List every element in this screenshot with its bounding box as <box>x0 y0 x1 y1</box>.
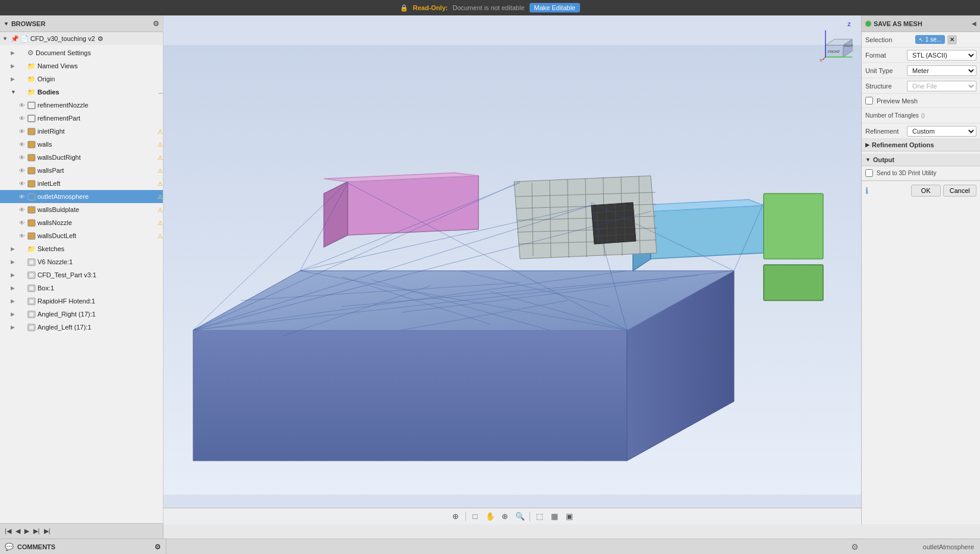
eye-icon[interactable]: 👁 <box>19 141 27 148</box>
warn-icon: ⚠ <box>157 128 163 135</box>
format-select[interactable]: STL (ASCII) STL (Binary) OBJ <box>907 50 976 61</box>
viewport-btn-orbit[interactable]: 🔍 <box>513 510 527 523</box>
eye-icon[interactable]: 👁 <box>19 220 27 226</box>
output-section-header[interactable]: ▼ Output <box>862 154 980 166</box>
viewport-btn-display3[interactable]: ▣ <box>563 510 576 523</box>
viewport-settings-button[interactable]: ⚙ <box>851 542 859 552</box>
tree-item-refinementPart[interactable]: 👁 refinementPart <box>0 112 163 125</box>
eye-icon[interactable]: 👁 <box>19 194 27 200</box>
unit-type-row: Unit Type Meter Millimeter Inch <box>862 63 980 78</box>
tree-item-v6nozzle[interactable]: ▶ V6 Nozzle:1 <box>0 255 163 268</box>
eye-icon[interactable]: 👁 <box>19 167 27 174</box>
pb-next-btn[interactable]: ▶| <box>32 526 41 536</box>
send-to-3d-checkbox[interactable] <box>865 169 873 177</box>
tree-item-origin[interactable]: ▶ 📁 Origin <box>0 72 163 86</box>
selection-button[interactable]: ↖ 1 se... <box>915 35 945 44</box>
pb-first-btn[interactable]: |◀ <box>4 526 12 536</box>
viewport-btn-home[interactable]: ⊕ <box>449 510 462 523</box>
pb-prev-btn[interactable]: ◀ <box>14 526 21 536</box>
tree-item-angled-right[interactable]: ▶ Angled_Right (17):1 <box>0 308 163 321</box>
ok-button[interactable]: OK <box>911 185 941 197</box>
svg-rect-3 <box>28 141 35 148</box>
comments-settings-btn[interactable]: ⚙ <box>155 543 161 551</box>
tree-item-refinementNozzle[interactable]: 👁 refinementNozzle <box>0 99 163 112</box>
eye-icon[interactable]: 👁 <box>19 181 27 187</box>
structure-label: Structure <box>865 83 907 90</box>
tree-item-file[interactable]: ▼ 📌 📄 CFD_v30_touching v2 ⚙ <box>0 32 163 45</box>
num-triangles-label: Number of Triangles <box>865 112 919 119</box>
viewport[interactable]: Z FRONT RIGHT X ⊕ □ ✋ ⊕ 🔍 ⬚ ▦ <box>163 15 861 524</box>
structure-select[interactable]: One File <box>907 81 976 91</box>
tree-item-outletAtmosphere[interactable]: 👁 outletAtmosphere ⚠ <box>0 190 163 203</box>
tree-item-rapidohf[interactable]: ▶ RapidoHF Hotend:1 <box>0 295 163 308</box>
outletAtmosphere-label: outletAtmosphere <box>37 193 156 200</box>
svg-rect-20 <box>29 312 34 316</box>
tree-item-doc-settings[interactable]: ▶ ⚙ Document Settings <box>0 46 163 59</box>
axis-cube: Z FRONT RIGHT X <box>820 21 855 63</box>
svg-marker-42 <box>324 182 348 247</box>
tree-item-wallsNozzle[interactable]: 👁 wallsNozzle ⚠ <box>0 216 163 229</box>
eye-icon[interactable]: 👁 <box>19 207 27 213</box>
tree-item-wallsPart[interactable]: 👁 wallsPart ⚠ <box>0 164 163 177</box>
viewport-btn-display2[interactable]: ▦ <box>548 510 561 523</box>
wallsDuctLeft-label: wallsDuctLeft <box>37 232 156 239</box>
unit-type-select[interactable]: Meter Millimeter Inch <box>907 65 976 76</box>
eye-icon[interactable]: 👁 <box>19 233 27 239</box>
eye-icon[interactable]: 👁 <box>19 102 27 109</box>
structure-row: Structure One File <box>862 78 980 94</box>
read-only-label: Read-Only: <box>413 4 448 11</box>
tree-item-sketches[interactable]: ▶ 📁 Sketches <box>0 242 163 255</box>
warn-icon: ⚠ <box>157 194 163 200</box>
browser-expand-icon[interactable]: ▼ <box>4 21 9 27</box>
wallsBuidplate-label: wallsBuidplate <box>37 206 156 213</box>
expand-arrow: ▶ <box>11 298 19 304</box>
tree-item-box1[interactable]: ▶ Box:1 <box>0 281 163 295</box>
browser-settings-icon[interactable]: ⚙ <box>153 20 159 28</box>
file-settings-icon[interactable]: ⚙ <box>97 35 103 43</box>
make-editable-button[interactable]: Make Editable <box>530 3 581 12</box>
eye-icon[interactable]: 👁 <box>19 115 27 122</box>
tree-item-cfd-test-part[interactable]: ▶ CFD_Test_Part v3:1 <box>0 268 163 281</box>
body-icon <box>27 141 36 148</box>
cancel-button[interactable]: Cancel <box>943 185 976 197</box>
tree-item-bodies[interactable]: ▼ 📁 Bodies ... <box>0 86 163 99</box>
eye-icon[interactable]: 👁 <box>19 128 27 135</box>
preview-mesh-checkbox[interactable] <box>865 97 873 105</box>
eye-icon[interactable]: 👁 <box>19 154 27 161</box>
send-to-3d-label: Send to 3D Print Utility <box>877 170 937 176</box>
tree-item-wallsDuctLeft[interactable]: 👁 wallsDuctLeft ⚠ <box>0 229 163 242</box>
right-panel-header: SAVE AS MESH ◀ <box>862 15 980 32</box>
bodies-count: ... <box>158 89 163 95</box>
gear-icon: ⚙ <box>27 49 34 57</box>
svg-line-88 <box>823 57 825 60</box>
tree-item-inletRight[interactable]: 👁 inletRight ⚠ <box>0 125 163 138</box>
refinement-options-label: Refinement Options <box>872 141 934 148</box>
pb-last-btn[interactable]: ▶| <box>43 526 52 536</box>
tree-item-named-views[interactable]: ▶ 📁 Named Views <box>0 59 163 72</box>
cfd-test-part-label: CFD_Test_Part v3:1 <box>37 271 163 278</box>
output-arrow: ▼ <box>865 157 871 163</box>
refinement-options-header[interactable]: ▶ Refinement Options <box>862 139 980 151</box>
svg-rect-22 <box>29 325 34 330</box>
right-panel-collapse-btn[interactable]: ◀ <box>972 20 976 27</box>
svg-rect-18 <box>29 299 34 303</box>
viewport-btn-zoom[interactable]: ⊕ <box>499 510 512 523</box>
svg-text:X: X <box>820 58 823 62</box>
pb-play-btn[interactable]: ▶ <box>23 526 30 536</box>
save-mesh-icon <box>865 21 871 27</box>
viewport-btn-frame[interactable]: □ <box>469 510 482 523</box>
viewport-btn-pan[interactable]: ✋ <box>484 510 497 523</box>
top-bar: 🔒 Read-Only: Document is not editable Ma… <box>0 0 980 15</box>
expand-arrow: ▶ <box>11 50 19 56</box>
tree-item-angled-left[interactable]: ▶ Angled_Left (17):1 <box>0 321 163 334</box>
refinement-options-arrow: ▶ <box>865 142 869 148</box>
refinement-select[interactable]: Custom Low Medium High <box>907 126 976 137</box>
comp-icon <box>27 284 36 292</box>
tree-item-wallsBuidplate[interactable]: 👁 wallsBuidplate ⚠ <box>0 203 163 216</box>
tree-item-walls[interactable]: 👁 walls ⚠ <box>0 138 163 151</box>
tree-item-wallsDuctRight[interactable]: 👁 wallsDuctRight ⚠ <box>0 151 163 164</box>
tree-item-inletLeft[interactable]: 👁 inletLeft ⚠ <box>0 177 163 190</box>
svg-rect-7 <box>28 194 35 200</box>
selection-close-btn[interactable]: ✕ <box>947 35 957 45</box>
viewport-btn-display1[interactable]: ⬚ <box>533 510 546 523</box>
